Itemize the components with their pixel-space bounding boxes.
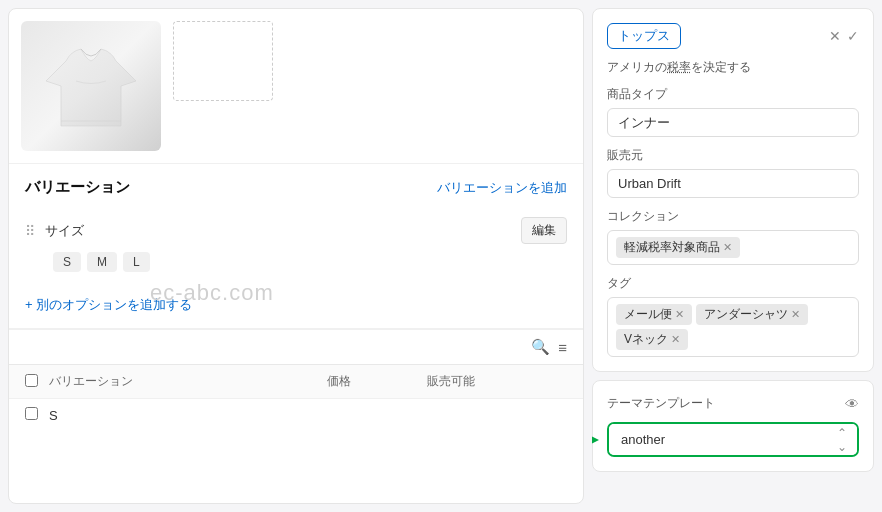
- collection-tag-remove[interactable]: ✕: [723, 241, 732, 254]
- size-row: ⠿ サイズ 編集: [25, 209, 567, 252]
- tag-undershirt: アンダーシャツ ✕: [696, 304, 808, 325]
- collection-label: コレクション: [607, 208, 859, 225]
- variations-section: バリエーション バリエーションを追加 ⠿ サイズ 編集 S M L + 別のオプ…: [9, 164, 583, 329]
- category-badge-text: トップス: [618, 27, 670, 45]
- table-toolbar: 🔍 ≡: [9, 329, 583, 364]
- add-variation-link[interactable]: バリエーションを追加: [437, 179, 567, 197]
- tshirt-icon: [31, 31, 151, 141]
- search-icon[interactable]: 🔍: [531, 338, 550, 356]
- arrow-indicator: [592, 433, 603, 447]
- product-type-label: 商品タイプ: [607, 86, 859, 103]
- tag-vneck-text: Vネック: [624, 331, 668, 348]
- variations-title: バリエーション: [25, 178, 130, 197]
- header-available: 販売可能: [427, 373, 567, 390]
- image-placeholder[interactable]: [173, 21, 273, 101]
- right-panel: トップス ✕ ✓ アメリカの税率を決定する 商品タイプ 販売元 コレクション 軽…: [592, 0, 882, 512]
- tag-undershirt-remove[interactable]: ✕: [791, 308, 800, 321]
- category-badge: トップス: [607, 23, 681, 49]
- tax-description: アメリカの税率を決定する: [607, 59, 859, 76]
- theme-template-header: テーマテンプレート 👁: [607, 395, 859, 412]
- header-price: 価格: [327, 373, 427, 390]
- filter-icon[interactable]: ≡: [558, 339, 567, 356]
- product-image: [21, 21, 161, 151]
- category-header: トップス ✕ ✓: [607, 23, 859, 49]
- table-header: バリエーション 価格 販売可能: [9, 364, 583, 398]
- edit-size-button[interactable]: 編集: [521, 217, 567, 244]
- theme-template-select[interactable]: another default custom: [609, 424, 857, 455]
- tag-mail: メール便 ✕: [616, 304, 692, 325]
- add-option-link[interactable]: + 別のオプションを追加する: [25, 296, 192, 314]
- variations-header: バリエーション バリエーションを追加: [25, 178, 567, 197]
- theme-template-label: テーマテンプレート: [607, 395, 715, 412]
- size-pills-container: S M L: [53, 252, 567, 272]
- table-row: S: [9, 398, 583, 431]
- tag-vneck-remove[interactable]: ✕: [671, 333, 680, 346]
- header-variation: バリエーション: [49, 373, 327, 390]
- row-checkbox[interactable]: [25, 407, 38, 420]
- product-image-area: [9, 9, 583, 164]
- size-pill-l: L: [123, 252, 150, 272]
- tag-undershirt-text: アンダーシャツ: [704, 306, 788, 323]
- category-card: トップス ✕ ✓ アメリカの税率を決定する 商品タイプ 販売元 コレクション 軽…: [592, 8, 874, 372]
- size-pill-s: S: [53, 252, 81, 272]
- confirm-category-button[interactable]: ✓: [847, 28, 859, 44]
- size-option-label: サイズ: [45, 222, 511, 240]
- vendor-label: 販売元: [607, 147, 859, 164]
- row-checkbox-col: [25, 407, 49, 423]
- collection-tag-text: 軽減税率対象商品: [624, 239, 720, 256]
- select-all-checkbox[interactable]: [25, 374, 38, 387]
- size-pill-m: M: [87, 252, 117, 272]
- remove-category-button[interactable]: ✕: [829, 28, 841, 44]
- green-arrow-icon: [592, 433, 603, 447]
- vendor-input[interactable]: [607, 169, 859, 198]
- tag-mail-text: メール便: [624, 306, 672, 323]
- product-type-input[interactable]: [607, 108, 859, 137]
- row-variation-value: S: [49, 408, 327, 423]
- tag-mail-remove[interactable]: ✕: [675, 308, 684, 321]
- category-icons: ✕ ✓: [829, 28, 859, 44]
- eye-icon[interactable]: 👁: [845, 396, 859, 412]
- collection-tag-container[interactable]: 軽減税率対象商品 ✕: [607, 230, 859, 265]
- theme-template-card: テーマテンプレート 👁 another default: [592, 380, 874, 472]
- tags-container[interactable]: メール便 ✕ アンダーシャツ ✕ Vネック ✕: [607, 297, 859, 357]
- tags-label: タグ: [607, 275, 859, 292]
- drag-handle-icon[interactable]: ⠿: [25, 223, 35, 239]
- header-checkbox-col: [25, 374, 49, 390]
- tax-underline-text: 税率: [667, 60, 691, 74]
- tag-vneck: Vネック ✕: [616, 329, 688, 350]
- collection-tag: 軽減税率対象商品 ✕: [616, 237, 740, 258]
- theme-select-wrapper: another default custom ⌃⌄: [607, 422, 859, 457]
